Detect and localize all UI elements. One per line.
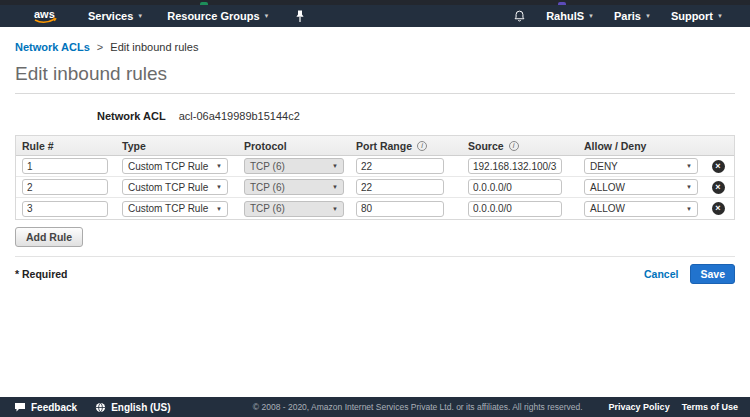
network-acl-label: Network ACL xyxy=(97,110,166,122)
protocol-select-value: TCP (6) xyxy=(250,182,285,193)
network-acl-id-value: acl-06a419989b15144c2 xyxy=(179,110,300,122)
type-select[interactable]: Custom TCP Rule ▼ xyxy=(122,201,228,217)
copyright-text: © 2008 - 2020, Amazon Internet Services … xyxy=(253,402,583,412)
nav-region-menu[interactable]: Paris ▼ xyxy=(614,10,651,22)
save-button[interactable]: Save xyxy=(690,264,735,284)
bottom-divider xyxy=(15,256,735,257)
header-rule-number-label: Rule # xyxy=(22,140,54,152)
breadcrumb: Network ACLs > Edit inbound rules xyxy=(15,41,735,53)
rule-number-input[interactable] xyxy=(22,179,108,195)
info-icon[interactable]: i xyxy=(509,141,519,151)
chevron-down-icon: ▼ xyxy=(137,13,143,19)
allow-deny-select[interactable]: ALLOW ▼ xyxy=(584,179,698,195)
header-source: Source i xyxy=(462,140,578,152)
allow-deny-select-value: ALLOW xyxy=(590,182,625,193)
aws-logo[interactable]: aws xyxy=(30,7,60,25)
top-navbar: aws Services ▼ Resource Groups ▼ xyxy=(0,5,750,27)
type-select-value: Custom TCP Rule xyxy=(128,182,208,193)
language-label: English (US) xyxy=(111,402,170,413)
network-acl-field-row: Network ACL acl-06a419989b15144c2 xyxy=(15,110,735,122)
header-allow-deny: Allow / Deny xyxy=(578,140,702,152)
nav-services[interactable]: Services ▼ xyxy=(88,10,143,22)
rule-number-input[interactable] xyxy=(22,158,108,174)
nav-region-label: Paris xyxy=(614,10,641,22)
header-port-range: Port Range i xyxy=(350,140,462,152)
language-selector[interactable]: English (US) xyxy=(95,402,170,413)
type-select[interactable]: Custom TCP Rule ▼ xyxy=(122,179,228,195)
privacy-policy-link[interactable]: Privacy Policy xyxy=(609,402,670,412)
cancel-button[interactable]: Cancel xyxy=(644,268,678,280)
breadcrumb-network-acls-link[interactable]: Network ACLs xyxy=(15,41,90,53)
page: aws Services ▼ Resource Groups ▼ xyxy=(0,0,750,417)
nav-left: aws Services ▼ Resource Groups ▼ xyxy=(0,7,305,25)
breadcrumb-separator: > xyxy=(97,41,103,53)
nav-user-label: RahulS xyxy=(546,10,584,22)
delete-rule-icon[interactable]: × xyxy=(712,160,725,173)
header-protocol-label: Protocol xyxy=(244,140,287,152)
header-source-label: Source xyxy=(468,140,504,152)
inbound-rules-table: Rule # Type Protocol Port Range i Source… xyxy=(15,135,735,220)
delete-rule-icon[interactable]: × xyxy=(712,202,725,215)
port-range-input[interactable] xyxy=(356,158,444,174)
port-range-input[interactable] xyxy=(356,179,444,195)
nav-services-label: Services xyxy=(88,10,133,22)
allow-deny-select-value: ALLOW xyxy=(590,203,625,214)
nav-right: RahulS ▼ Paris ▼ Support ▼ xyxy=(513,9,750,23)
source-input[interactable] xyxy=(468,179,562,195)
protocol-select-value: TCP (6) xyxy=(250,203,285,214)
protocol-select-value: TCP (6) xyxy=(250,161,285,172)
source-input[interactable] xyxy=(468,158,562,174)
header-type: Type xyxy=(116,140,238,152)
globe-icon xyxy=(95,402,106,413)
main-content: Network ACLs > Edit inbound rules Edit i… xyxy=(0,27,750,284)
feedback-button[interactable]: Feedback xyxy=(14,402,77,413)
chevron-down-icon: ▼ xyxy=(332,163,338,169)
bottom-action-row: * Required Cancel Save xyxy=(15,264,735,284)
table-row: Custom TCP Rule ▼ TCP (6) ▼ ALLOW ▼ xyxy=(16,198,734,219)
chevron-down-icon: ▼ xyxy=(717,13,723,19)
allow-deny-select[interactable]: DENY ▼ xyxy=(584,158,698,174)
chevron-down-icon: ▼ xyxy=(264,13,270,19)
header-port-range-label: Port Range xyxy=(356,140,412,152)
port-range-input[interactable] xyxy=(356,201,444,217)
info-icon[interactable]: i xyxy=(417,141,427,151)
protocol-select[interactable]: TCP (6) ▼ xyxy=(244,158,344,174)
allow-deny-select-value: DENY xyxy=(590,161,618,172)
chevron-down-icon: ▼ xyxy=(686,206,692,212)
required-note: * Required xyxy=(15,268,68,280)
chevron-down-icon: ▼ xyxy=(216,163,222,169)
type-select[interactable]: Custom TCP Rule ▼ xyxy=(122,158,228,174)
table-row: Custom TCP Rule ▼ TCP (6) ▼ DENY ▼ xyxy=(16,156,734,177)
title-divider xyxy=(15,93,735,94)
add-rule-button[interactable]: Add Rule xyxy=(15,227,83,247)
chevron-down-icon: ▼ xyxy=(332,184,338,190)
footer-right: © 2008 - 2020, Amazon Internet Services … xyxy=(253,402,750,412)
footer-bar: Feedback English (US) © 2008 - 2020, Ama… xyxy=(0,397,750,417)
feedback-label: Feedback xyxy=(31,402,77,413)
pin-shortcut-icon[interactable] xyxy=(295,10,305,23)
feedback-bubble-icon xyxy=(14,402,26,413)
protocol-select[interactable]: TCP (6) ▼ xyxy=(244,179,344,195)
chevron-down-icon: ▼ xyxy=(588,13,594,19)
nav-user-menu[interactable]: RahulS ▼ xyxy=(546,10,594,22)
notifications-bell-icon[interactable] xyxy=(513,9,526,23)
nav-resource-groups[interactable]: Resource Groups ▼ xyxy=(167,10,269,22)
nav-support-label: Support xyxy=(671,10,713,22)
type-select-value: Custom TCP Rule xyxy=(128,203,208,214)
allow-deny-select[interactable]: ALLOW ▼ xyxy=(584,201,698,217)
page-title: Edit inbound rules xyxy=(15,63,735,85)
protocol-select[interactable]: TCP (6) ▼ xyxy=(244,201,344,217)
source-input[interactable] xyxy=(468,201,562,217)
header-rule-number: Rule # xyxy=(16,140,116,152)
rule-number-input[interactable] xyxy=(22,201,108,217)
chevron-down-icon: ▼ xyxy=(686,184,692,190)
terms-of-use-link[interactable]: Terms of Use xyxy=(682,402,738,412)
nav-support-menu[interactable]: Support ▼ xyxy=(671,10,723,22)
header-allow-deny-label: Allow / Deny xyxy=(584,140,646,152)
chevron-down-icon: ▼ xyxy=(332,206,338,212)
delete-rule-icon[interactable]: × xyxy=(712,181,725,194)
svg-text:aws: aws xyxy=(34,8,55,20)
bottom-actions: Cancel Save xyxy=(644,264,735,284)
nav-resource-groups-label: Resource Groups xyxy=(167,10,259,22)
chevron-down-icon: ▼ xyxy=(686,163,692,169)
